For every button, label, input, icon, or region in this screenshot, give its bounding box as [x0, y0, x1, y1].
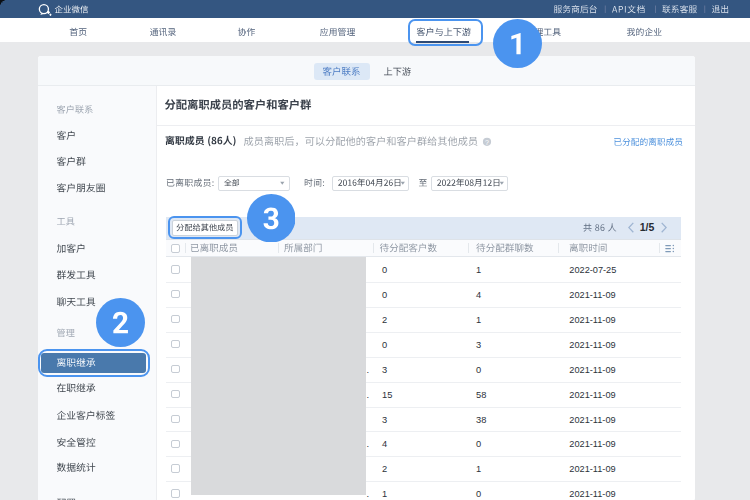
svg-text:2: 2: [382, 464, 387, 474]
svg-text:2021-11-09: 2021-11-09: [569, 439, 615, 449]
svg-text:2021-11-09: 2021-11-09: [569, 489, 615, 499]
svg-text:4: 4: [382, 439, 387, 449]
svg-text:2021-11-09: 2021-11-09: [569, 365, 615, 375]
svg-text:2021-11-09: 2021-11-09: [569, 290, 615, 300]
svg-text:3: 3: [476, 340, 481, 350]
svg-text:38: 38: [476, 415, 486, 425]
svg-text:.: .: [367, 365, 370, 375]
svg-text:0: 0: [382, 290, 387, 300]
svg-text:1: 1: [476, 265, 481, 275]
svg-text:.: .: [367, 489, 370, 499]
svg-text:2: 2: [382, 315, 387, 325]
svg-text:0: 0: [476, 439, 481, 449]
svg-text:4: 4: [476, 290, 481, 300]
svg-text:2021-11-09: 2021-11-09: [569, 390, 615, 400]
svg-text:2021-11-09: 2021-11-09: [569, 464, 615, 474]
svg-text:58: 58: [476, 390, 486, 400]
svg-text:2021-11-09: 2021-11-09: [569, 340, 615, 350]
svg-text:.: .: [367, 390, 370, 400]
svg-text:1/5: 1/5: [640, 221, 655, 233]
svg-text:3: 3: [382, 365, 387, 375]
svg-text:1: 1: [476, 464, 481, 474]
svg-text:2021-11-09: 2021-11-09: [569, 315, 615, 325]
svg-text:1: 1: [476, 315, 481, 325]
svg-text:2021-11-09: 2021-11-09: [569, 415, 615, 425]
svg-text:1: 1: [382, 489, 387, 499]
svg-text:0: 0: [476, 365, 481, 375]
svg-text:?: ?: [485, 139, 489, 146]
svg-text:.: .: [367, 439, 370, 449]
svg-text:0: 0: [382, 265, 387, 275]
svg-text:0: 0: [382, 340, 387, 350]
svg-text:15: 15: [382, 390, 392, 400]
svg-text:2022-07-25: 2022-07-25: [569, 265, 616, 275]
svg-text:0: 0: [476, 489, 481, 499]
svg-text:3: 3: [382, 415, 387, 425]
